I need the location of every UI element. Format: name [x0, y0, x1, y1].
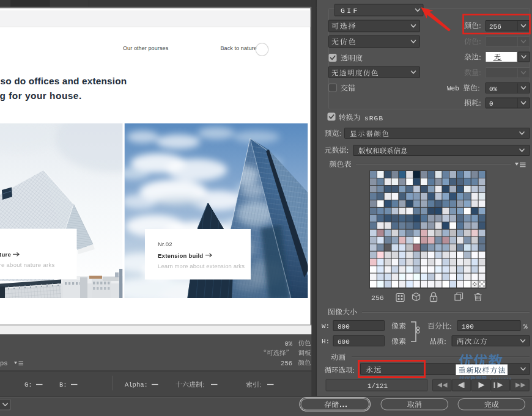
svg-text:Nr.02: Nr.02	[158, 241, 172, 247]
svg-text:Web: Web	[447, 85, 459, 92]
svg-text:0: 0	[489, 100, 493, 108]
svg-text:256: 256	[371, 294, 384, 302]
svg-text:600: 600	[338, 338, 350, 346]
svg-text:Back to nature: Back to nature	[221, 45, 257, 51]
svg-text:%: %	[523, 323, 528, 330]
svg-text:800: 800	[338, 323, 350, 330]
svg-text:re about nature arks: re about nature arks	[0, 261, 55, 268]
svg-text:0%: 0%	[489, 86, 498, 93]
svg-text:256: 256	[281, 360, 292, 367]
svg-text:sRGB: sRGB	[364, 115, 383, 122]
svg-text:ture: ture	[0, 251, 11, 258]
svg-text:0%: 0%	[284, 340, 292, 348]
svg-text:B:: B:	[59, 381, 67, 389]
svg-text:g for your house.: g for your house.	[0, 90, 82, 101]
svg-text:Learn more about extension ark: Learn more about extension arks	[158, 263, 245, 269]
svg-text:H:: H:	[322, 338, 330, 345]
svg-text:GIF: GIF	[341, 7, 360, 15]
svg-text:Alpha:: Alpha:	[125, 381, 148, 389]
svg-text:G:: G:	[24, 381, 32, 389]
svg-text:100: 100	[462, 323, 474, 330]
svg-text:Extension build: Extension build	[158, 252, 203, 259]
svg-text:256: 256	[489, 23, 501, 31]
svg-text:W:: W:	[322, 323, 330, 330]
svg-text:1/121: 1/121	[368, 382, 388, 390]
svg-text:ps: ps	[0, 360, 8, 367]
svg-text:so do offices and extension: so do offices and extension	[1, 76, 127, 86]
svg-text:Our other pourses: Our other pourses	[123, 45, 169, 51]
